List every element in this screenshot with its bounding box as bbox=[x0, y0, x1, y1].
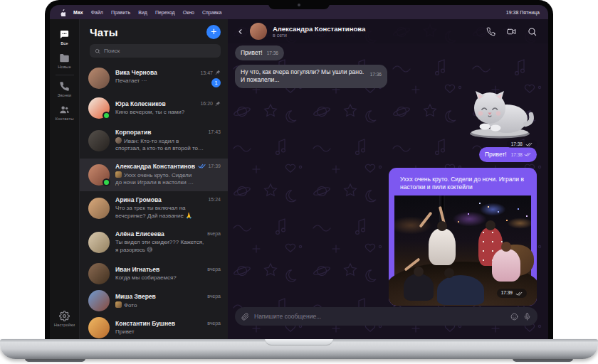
chat-list-item[interactable]: Алёна ЕлисееваТы видел эти скидки??? Каж… bbox=[80, 225, 228, 259]
avatar bbox=[88, 290, 110, 311]
chat-list-item[interactable]: Миша ЗверевФотовчера bbox=[80, 288, 228, 314]
microphone-icon[interactable] bbox=[523, 313, 531, 321]
chat-preview: Фото bbox=[124, 301, 137, 308]
new-chat-button[interactable]: + bbox=[206, 25, 221, 39]
menu-item[interactable]: Мах bbox=[73, 10, 83, 15]
photo-thumb-icon bbox=[115, 171, 122, 178]
read-check-icon bbox=[525, 142, 533, 146]
chat-name: Корпоратив bbox=[115, 129, 205, 136]
sidebar-item-new[interactable]: Новые bbox=[50, 49, 79, 73]
sidebar-item-calls[interactable]: Звонки bbox=[50, 77, 79, 101]
chat-preview: Уххх очень круто. Сидели до ночи Играли … bbox=[115, 172, 194, 188]
chat-time: вчера bbox=[207, 267, 221, 272]
chat-list-panel: Чаты + Поиск Вика ЧерноваПечатает ···13:… bbox=[80, 19, 228, 341]
chat-name: Константин Бушнев bbox=[115, 320, 204, 327]
search-placeholder: Поиск bbox=[104, 48, 120, 54]
avatar bbox=[88, 97, 110, 119]
read-check-icon bbox=[515, 291, 523, 296]
avatar[interactable] bbox=[250, 23, 267, 40]
chat-name: Алёна Елисеева bbox=[115, 230, 204, 237]
conversation-header: Александра Константинова в сети bbox=[228, 19, 548, 43]
lid-groove bbox=[265, 339, 333, 346]
menu-bar-clock: 19:38 Пятница bbox=[506, 10, 540, 15]
chat-preview: Кино вечером, ты с нами? bbox=[115, 109, 184, 115]
message-input[interactable]: Напишите сообщение... bbox=[235, 307, 537, 326]
pin-icon bbox=[215, 70, 221, 75]
chat-list-item[interactable]: Юра КолесниковКино вечером, ты с нами?16… bbox=[80, 93, 228, 123]
sidebar-item-all[interactable]: Все bbox=[50, 26, 79, 49]
contact-name: Александра Константинова bbox=[273, 25, 365, 33]
message-time: 17:36 bbox=[370, 72, 382, 78]
sticker-timestamp: 17:38 bbox=[507, 140, 537, 148]
sidebar-item-label: Настройки bbox=[54, 323, 75, 327]
message-bubble-outgoing-photo[interactable]: Уххх очень круто. Сидели до ночи. Играли… bbox=[389, 168, 537, 306]
chat-preview: Ты видел эти скидки??? Кажется, я разорю… bbox=[115, 239, 204, 253]
menu-bar-items: МахФайлПравитьВидПереходОкноСправка bbox=[73, 10, 221, 15]
chat-time: 17:39 bbox=[208, 164, 221, 168]
sidebar-item-label: Новые bbox=[58, 65, 71, 69]
laptop-screen: МахФайлПравитьВидПереходОкноСправка 19:3… bbox=[45, 0, 553, 341]
back-button[interactable] bbox=[236, 28, 244, 36]
chat-list-item[interactable]: КорпоративИван: Кто-то ходил в спортзал,… bbox=[80, 123, 228, 159]
person-figure bbox=[437, 275, 484, 305]
read-check-icon bbox=[198, 164, 206, 168]
chat-name: Иван Игнатьев bbox=[115, 266, 204, 273]
nav-rail: ВсеНовыеЗвонкиКонтакты Настройки bbox=[50, 19, 80, 341]
chat-list-item[interactable]: Вика ЧерноваПечатает ···13:471 bbox=[80, 63, 228, 93]
people-icon bbox=[59, 105, 70, 115]
gear-icon bbox=[59, 311, 70, 321]
chat-time: 15:24 bbox=[208, 197, 221, 202]
divider bbox=[56, 75, 74, 75]
person-figure bbox=[404, 274, 434, 301]
sidebar-item-settings[interactable]: Настройки bbox=[50, 307, 79, 331]
message-bubble-outgoing[interactable]: Привет!17:38 bbox=[479, 147, 537, 162]
chat-time: вчера bbox=[207, 294, 221, 299]
city-lights bbox=[479, 203, 481, 204]
call-icon[interactable] bbox=[486, 27, 495, 36]
search-input[interactable]: Поиск bbox=[90, 44, 221, 58]
avatar bbox=[88, 164, 110, 186]
chat-time: вчера bbox=[207, 321, 221, 326]
avatar bbox=[88, 130, 110, 151]
laptop-base bbox=[0, 339, 598, 359]
chat-time: 16:20 bbox=[200, 101, 213, 106]
chat-name: Миша Зверев bbox=[115, 293, 204, 300]
menu-item[interactable]: Переход bbox=[155, 10, 175, 15]
sidebar-item-label: Все bbox=[61, 41, 68, 46]
menu-item[interactable]: Править bbox=[111, 10, 130, 15]
folder-icon bbox=[59, 53, 70, 63]
photo-timestamp: 17:39 bbox=[497, 289, 527, 298]
conversation-pane: Александра Константинова в сети Привет!1… bbox=[228, 19, 548, 341]
chat-list-item[interactable]: Александра КонстантиноваУххх очень круто… bbox=[80, 159, 228, 191]
apple-logo-icon[interactable] bbox=[59, 9, 65, 16]
menu-item[interactable]: Справка bbox=[202, 10, 221, 15]
attachment-icon[interactable] bbox=[241, 313, 249, 321]
chat-list-item[interactable]: Арина ГромоваЧто за трек ты включал на в… bbox=[80, 191, 228, 225]
avatar bbox=[88, 198, 110, 219]
sidebar-item-label: Звонки bbox=[58, 93, 71, 97]
phone-icon bbox=[59, 81, 70, 92]
message-bubble-incoming[interactable]: Привет!17:36 bbox=[235, 46, 284, 60]
webcam-icon bbox=[298, 4, 300, 6]
sender-avatar-icon bbox=[115, 137, 122, 144]
avatar bbox=[88, 232, 110, 253]
avatar bbox=[88, 317, 110, 338]
message-bubble-incoming[interactable]: 17:36Ну что, как вчера погуляли? Мы ушли… bbox=[235, 65, 387, 88]
video-call-icon[interactable] bbox=[507, 27, 516, 36]
emoji-icon[interactable] bbox=[510, 313, 518, 321]
chat-rows: Вика ЧерноваПечатает ···13:471Юра Колесн… bbox=[80, 63, 228, 341]
search-icon[interactable] bbox=[528, 27, 537, 36]
chat-list-item[interactable]: Константин БушневПриветвчера bbox=[80, 314, 228, 341]
person-figure bbox=[429, 228, 456, 265]
menu-item[interactable]: Вид bbox=[138, 10, 147, 15]
photo-thumb-icon bbox=[115, 301, 122, 308]
menu-item[interactable]: Файл bbox=[91, 10, 103, 15]
party-photo-attachment[interactable]: 17:39 bbox=[394, 196, 531, 302]
menu-item[interactable]: Окно bbox=[183, 10, 194, 15]
search-icon bbox=[95, 48, 100, 54]
cat-sticker[interactable] bbox=[463, 82, 537, 143]
chat-time: вчера bbox=[207, 231, 221, 236]
avatar bbox=[88, 68, 110, 89]
sidebar-item-contacts[interactable]: Контакты bbox=[50, 101, 79, 124]
chat-list-item[interactable]: Иван ИгнатьевКогда мы собираемся?вчера bbox=[80, 259, 228, 288]
